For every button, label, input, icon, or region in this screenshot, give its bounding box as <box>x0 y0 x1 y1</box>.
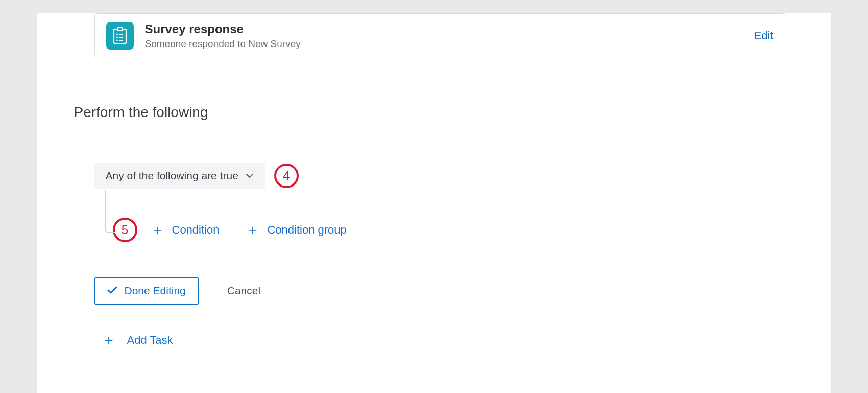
trigger-card: Survey response Someone responded to New… <box>94 13 785 58</box>
add-condition-group-label: Condition group <box>267 223 346 237</box>
trigger-subtitle: Someone responded to New Survey <box>145 38 743 50</box>
annotation-callout-4: 4 <box>274 164 299 188</box>
done-editing-label: Done Editing <box>125 285 186 297</box>
clipboard-icon <box>106 22 134 50</box>
plus-icon: ＋ <box>151 223 165 237</box>
plus-icon: ＋ <box>246 223 260 237</box>
add-task-label: Add Task <box>127 334 173 347</box>
logic-dropdown-label: Any of the following are true <box>106 170 238 182</box>
add-condition-button[interactable]: ＋ Condition <box>151 223 220 237</box>
add-task-button[interactable]: ＋ Add Task <box>102 333 785 348</box>
chevron-down-icon <box>246 173 254 178</box>
done-editing-button[interactable]: Done Editing <box>94 277 199 305</box>
add-condition-group-button[interactable]: ＋ Condition group <box>246 223 346 237</box>
check-icon <box>107 285 117 297</box>
svg-rect-0 <box>114 29 126 43</box>
page-panel: Survey response Someone responded to New… <box>37 13 831 393</box>
logic-dropdown[interactable]: Any of the following are true <box>94 163 265 189</box>
svg-point-2 <box>116 34 118 35</box>
perform-section-title: Perform the following <box>74 104 785 121</box>
annotation-callout-5: 5 <box>113 218 137 242</box>
svg-point-4 <box>116 37 118 38</box>
svg-rect-1 <box>117 28 123 31</box>
trigger-texts: Survey response Someone responded to New… <box>145 22 743 50</box>
plus-icon: ＋ <box>102 333 116 348</box>
add-condition-label: Condition <box>172 223 220 237</box>
edit-button[interactable]: Edit <box>754 29 774 42</box>
connector-line <box>105 190 115 233</box>
trigger-title: Survey response <box>145 22 743 36</box>
cancel-button[interactable]: Cancel <box>227 285 260 297</box>
svg-point-6 <box>116 40 118 41</box>
